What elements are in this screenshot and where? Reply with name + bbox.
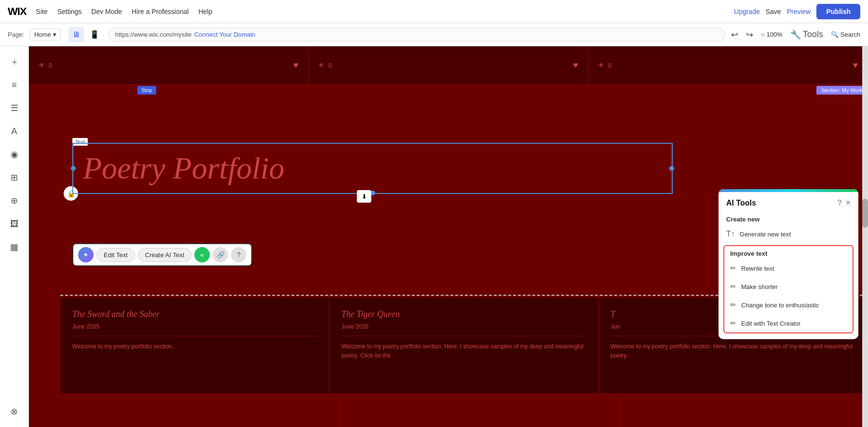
top-bar: WIX Site Settings Dev Mode Hire a Profes…	[0, 0, 868, 23]
sidebar-text-icon[interactable]: A	[5, 122, 24, 141]
address-right: ↩ ↪ ○ 100% 🔧 Tools 🔍 Search	[731, 29, 860, 40]
portfolio-card-2[interactable]: The Tiger Queen June 2035 Welcome to my …	[329, 297, 598, 394]
page-select[interactable]: Home ▾	[30, 28, 61, 41]
generate-text-label: Generate new text	[740, 231, 791, 238]
section-label: Section: My Work	[816, 86, 868, 95]
redo-button[interactable]: ↪	[746, 29, 753, 40]
download-icon[interactable]: ⬇	[357, 190, 371, 203]
gallery-item-3: 👁 0 ♥	[588, 46, 868, 84]
make-shorter-item[interactable]: ✏ Make shorter	[724, 277, 853, 296]
help-circle-icon[interactable]: ?	[231, 247, 246, 262]
resize-handle-right[interactable]	[669, 166, 674, 171]
heart-icon-2: ♥	[573, 60, 578, 70]
sidebar-media-icon[interactable]: 🖼	[5, 214, 24, 234]
generate-text-item[interactable]: T↑ Generate new text	[719, 225, 858, 243]
tools-icon: 🔧	[790, 29, 801, 40]
upgrade-button[interactable]: Upgrade	[734, 8, 760, 15]
canvas: 👁 0 ♥ 👁 0 ♥ 👁 0 ♥ Strip Section: My Work…	[29, 46, 868, 427]
create-ai-text-button[interactable]: Create AI Text	[138, 248, 191, 262]
connect-domain-link[interactable]: Connect Your Domain	[194, 31, 255, 38]
tools-button[interactable]: 🔧 Tools	[790, 29, 823, 40]
change-tone-item[interactable]: ✏ Change tone to enthusiastic	[724, 296, 853, 314]
sidebar-table-icon[interactable]: ▦	[5, 237, 24, 257]
wix-logo: WIX	[8, 5, 27, 18]
tone-icon: ✏	[730, 301, 736, 309]
edit-creator-icon: ✏	[730, 319, 736, 328]
address-bar: Page: Home ▾ 🖥 📱 https://www.wix.com/mys…	[0, 23, 868, 46]
card-text-2: Welcome to my poetry portfolio section. …	[341, 342, 586, 360]
sidebar-layers-icon[interactable]: ⊗	[5, 402, 24, 421]
green-action-icon[interactable]: «	[194, 247, 210, 262]
gallery-stats-1: 👁 0	[39, 62, 52, 69]
sidebar-color-icon[interactable]: ◉	[5, 145, 24, 164]
poetry-title-box[interactable]: Poetry Portfolio	[72, 143, 673, 194]
zoom-circle-icon: ○	[761, 31, 765, 38]
ai-help-button[interactable]: ?	[838, 199, 842, 207]
link-icon[interactable]: 🔗	[213, 247, 228, 262]
gallery-item-1: 👁 0 ♥	[29, 46, 309, 84]
rewrite-icon: ✏	[730, 264, 736, 273]
tone-label: Change tone to enthusiastic	[741, 302, 819, 309]
publish-button[interactable]: Publish	[816, 4, 860, 19]
card-title-2: The Tiger Queen	[341, 309, 586, 319]
ai-panel-title: AI Tools	[726, 199, 756, 207]
nav-hire[interactable]: Hire a Professional	[132, 8, 189, 15]
create-new-section-title: Create new	[719, 212, 858, 225]
nav-devmode[interactable]: Dev Mode	[91, 8, 122, 15]
page-name: Home	[34, 31, 51, 38]
url-text: https://www.wix.com/mysite	[115, 31, 191, 38]
url-bar: https://www.wix.com/mysite Connect Your …	[108, 28, 725, 41]
gallery-stats-2: 👁 0	[318, 62, 332, 69]
card-text-3: Welcome to my poetry portfolio section. …	[610, 342, 855, 360]
left-sidebar: ＋ ≡ ☰ A ◉ ⊞ ⊕ 🖼 ▦ ⊗	[0, 46, 29, 427]
gallery-row: 👁 0 ♥ 👁 0 ♥ 👁 0 ♥	[29, 46, 868, 85]
edit-text-button[interactable]: Edit Text	[96, 248, 135, 262]
sidebar-apps-icon[interactable]: ⊕	[5, 191, 24, 210]
card-date-2: June 2035	[341, 323, 586, 330]
portfolio-card-1[interactable]: The Sword and the Saber June 2035 Welcom…	[60, 297, 329, 394]
improve-text-section: Improve text ✏ Rewrite text ✏ Make short…	[723, 245, 854, 333]
gallery-stats-3: 👁 0	[598, 62, 611, 69]
shorter-label: Make shorter	[741, 283, 778, 290]
sidebar-add-icon[interactable]: ＋	[5, 52, 24, 71]
improve-text-title: Improve text	[724, 246, 853, 259]
strip-label[interactable]: Strip	[137, 86, 156, 95]
zoom-level: ○ 100%	[761, 31, 783, 38]
save-button[interactable]: Save	[766, 8, 781, 15]
preview-button[interactable]: Preview	[787, 8, 811, 15]
undo-button[interactable]: ↩	[731, 29, 738, 40]
ai-tools-panel: AI Tools ? × Create new T↑ Generate new …	[719, 189, 858, 339]
ai-panel-header: AI Tools ? ×	[719, 192, 858, 212]
sidebar-grid-icon[interactable]: ⊞	[5, 168, 24, 187]
nav-help[interactable]: Help	[198, 8, 212, 15]
mobile-icon[interactable]: 📱	[87, 27, 102, 42]
sidebar-pages-icon[interactable]: ☰	[5, 98, 24, 118]
ai-panel-actions: ? ×	[838, 198, 851, 208]
chevron-down-icon: ▾	[53, 31, 56, 38]
right-scrollbar[interactable]	[862, 46, 868, 427]
shorter-icon: ✏	[730, 282, 736, 291]
nav-settings[interactable]: Settings	[57, 8, 82, 15]
top-bar-nav: Site Settings Dev Mode Hire a Profession…	[36, 8, 724, 15]
desktop-icon[interactable]: 🖥	[68, 27, 84, 42]
ai-toolbar-icon[interactable]: ✦	[78, 247, 94, 262]
sidebar-menu-icon[interactable]: ≡	[5, 75, 24, 95]
eye-icon-3: 👁	[598, 62, 604, 69]
ai-close-button[interactable]: ×	[845, 198, 851, 208]
gallery-item-2: 👁 0 ♥	[309, 46, 588, 84]
search-button[interactable]: 🔍 Search	[831, 31, 860, 38]
scrollbar-thumb[interactable]	[862, 199, 868, 228]
eye-icon-1: 👁	[39, 62, 45, 69]
page-label: Page:	[8, 31, 24, 38]
card-date-1: June 2035	[72, 323, 317, 330]
rewrite-label: Rewrite text	[741, 265, 774, 272]
nav-site[interactable]: Site	[36, 8, 48, 15]
edit-creator-item[interactable]: ✏ Edit with Text Creator	[724, 314, 853, 332]
top-bar-right: Upgrade Save Preview Publish	[734, 4, 860, 19]
card-title-1: The Sword and the Saber	[72, 309, 317, 319]
device-icons: 🖥 📱	[68, 27, 102, 42]
card-text-1: Welcome to my poetry portfolio section.	[72, 342, 317, 351]
resize-handle-left[interactable]	[71, 166, 76, 171]
rewrite-text-item[interactable]: ✏ Rewrite text	[724, 259, 853, 277]
edit-creator-label: Edit with Text Creator	[741, 320, 800, 327]
